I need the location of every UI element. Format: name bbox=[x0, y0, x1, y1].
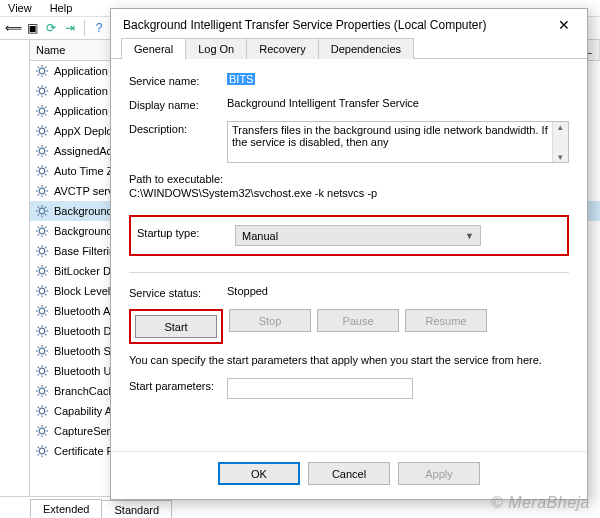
svg-line-140 bbox=[38, 367, 39, 368]
svg-line-133 bbox=[38, 354, 39, 355]
start-params-help: You can specify the start parameters tha… bbox=[129, 354, 569, 366]
svg-line-34 bbox=[38, 134, 39, 135]
svg-line-149 bbox=[38, 387, 39, 388]
svg-line-89 bbox=[45, 247, 46, 248]
menu-help[interactable]: Help bbox=[50, 2, 73, 14]
svg-line-161 bbox=[45, 407, 46, 408]
svg-point-9 bbox=[39, 88, 45, 94]
startup-type-value: Manual bbox=[242, 230, 278, 242]
tab-general[interactable]: General bbox=[121, 38, 186, 59]
svg-line-124 bbox=[38, 334, 39, 335]
gear-icon bbox=[34, 343, 50, 359]
svg-line-176 bbox=[38, 447, 39, 448]
svg-point-171 bbox=[39, 448, 45, 454]
dialog-tabs: General Log On Recovery Dependencies bbox=[111, 37, 587, 59]
svg-line-52 bbox=[38, 174, 39, 175]
svg-point-108 bbox=[39, 308, 45, 314]
svg-line-42 bbox=[45, 154, 46, 155]
label-service-status: Service status: bbox=[129, 285, 227, 299]
svg-line-122 bbox=[38, 327, 39, 328]
gear-icon bbox=[34, 323, 50, 339]
svg-line-97 bbox=[38, 274, 39, 275]
svg-line-60 bbox=[45, 194, 46, 195]
svg-line-50 bbox=[38, 167, 39, 168]
close-icon[interactable]: ✕ bbox=[551, 17, 577, 33]
svg-line-107 bbox=[45, 287, 46, 288]
tree-panel bbox=[0, 40, 30, 496]
nav-icon[interactable]: ▣ bbox=[24, 20, 40, 36]
gear-icon bbox=[34, 243, 50, 259]
svg-line-14 bbox=[38, 87, 39, 88]
svg-line-131 bbox=[38, 347, 39, 348]
svg-line-123 bbox=[45, 334, 46, 335]
start-button[interactable]: Start bbox=[135, 315, 217, 338]
stop-button: Stop bbox=[229, 309, 311, 332]
svg-line-88 bbox=[38, 254, 39, 255]
svg-line-160 bbox=[38, 414, 39, 415]
svg-line-35 bbox=[45, 127, 46, 128]
svg-line-98 bbox=[45, 267, 46, 268]
svg-point-45 bbox=[39, 168, 45, 174]
svg-line-152 bbox=[45, 387, 46, 388]
svg-line-113 bbox=[38, 307, 39, 308]
svg-point-36 bbox=[39, 148, 45, 154]
svg-line-62 bbox=[45, 187, 46, 188]
tab-logon[interactable]: Log On bbox=[185, 38, 247, 59]
svg-line-26 bbox=[45, 107, 46, 108]
back-icon[interactable]: ⟸ bbox=[5, 20, 21, 36]
svg-line-178 bbox=[38, 454, 39, 455]
gear-icon bbox=[34, 283, 50, 299]
svg-line-44 bbox=[45, 147, 46, 148]
gear-icon bbox=[34, 363, 50, 379]
value-display-name: Background Intelligent Transfer Service bbox=[227, 97, 569, 109]
svg-line-115 bbox=[38, 314, 39, 315]
svg-line-51 bbox=[45, 174, 46, 175]
svg-line-169 bbox=[38, 434, 39, 435]
svg-point-153 bbox=[39, 408, 45, 414]
gear-icon bbox=[34, 183, 50, 199]
svg-line-17 bbox=[45, 87, 46, 88]
svg-line-69 bbox=[45, 214, 46, 215]
tab-recovery[interactable]: Recovery bbox=[246, 38, 318, 59]
svg-line-141 bbox=[45, 374, 46, 375]
tab-extended[interactable]: Extended bbox=[30, 499, 102, 518]
description-box[interactable]: Transfers files in the background using … bbox=[227, 121, 569, 163]
svg-line-23 bbox=[38, 107, 39, 108]
svg-line-77 bbox=[38, 227, 39, 228]
value-service-status: Stopped bbox=[227, 285, 569, 297]
menu-view[interactable]: View bbox=[8, 2, 32, 14]
svg-line-168 bbox=[45, 434, 46, 435]
label-start-parameters: Start parameters: bbox=[129, 378, 227, 392]
startup-type-dropdown[interactable]: Manual ▼ bbox=[235, 225, 481, 246]
gear-icon bbox=[34, 443, 50, 459]
tab-dependencies[interactable]: Dependencies bbox=[318, 38, 414, 59]
description-scrollbar[interactable]: ▴▾ bbox=[552, 122, 568, 162]
gear-icon bbox=[34, 103, 50, 119]
svg-line-80 bbox=[45, 227, 46, 228]
svg-line-151 bbox=[38, 394, 39, 395]
start-parameters-input[interactable] bbox=[227, 378, 413, 399]
apply-button: Apply bbox=[398, 462, 480, 485]
svg-point-144 bbox=[39, 388, 45, 394]
svg-point-90 bbox=[39, 268, 45, 274]
svg-line-79 bbox=[38, 234, 39, 235]
svg-line-68 bbox=[38, 207, 39, 208]
svg-line-167 bbox=[38, 427, 39, 428]
cancel-button[interactable]: Cancel bbox=[308, 462, 390, 485]
svg-line-114 bbox=[45, 314, 46, 315]
svg-line-24 bbox=[45, 114, 46, 115]
startup-type-highlight: Startup type: Manual ▼ bbox=[129, 215, 569, 256]
ok-button[interactable]: OK bbox=[218, 462, 300, 485]
gear-icon bbox=[34, 63, 50, 79]
help-icon[interactable]: ? bbox=[91, 20, 107, 36]
svg-point-54 bbox=[39, 188, 45, 194]
resume-button: Resume bbox=[405, 309, 487, 332]
export-icon[interactable]: ⇥ bbox=[62, 20, 78, 36]
tab-standard[interactable]: Standard bbox=[101, 500, 172, 518]
gear-icon bbox=[34, 163, 50, 179]
gear-icon bbox=[34, 263, 50, 279]
value-service-name: BITS bbox=[227, 73, 255, 85]
svg-line-170 bbox=[45, 427, 46, 428]
properties-dialog: Background Intelligent Transfer Service … bbox=[110, 8, 588, 500]
refresh-icon[interactable]: ⟳ bbox=[43, 20, 59, 36]
